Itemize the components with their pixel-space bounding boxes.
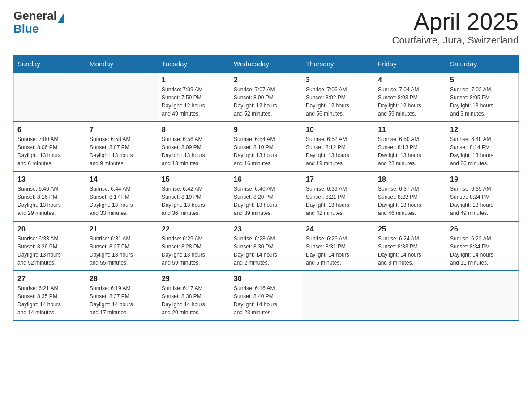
page-subtitle: Courfaivre, Jura, Switzerland [392, 34, 519, 46]
logo-blue-text: Blue [13, 23, 64, 34]
day-info: Sunrise: 7:07 AM Sunset: 8:00 PM Dayligh… [234, 86, 298, 118]
day-info: Sunrise: 6:58 AM Sunset: 8:07 PM Dayligh… [90, 135, 154, 167]
calendar-cell: 23Sunrise: 6:28 AM Sunset: 8:30 PM Dayli… [230, 221, 302, 271]
day-info: Sunrise: 6:26 AM Sunset: 8:31 PM Dayligh… [306, 235, 370, 267]
day-info: Sunrise: 7:09 AM Sunset: 7:59 PM Dayligh… [162, 86, 226, 118]
calendar-cell: 18Sunrise: 6:37 AM Sunset: 8:23 PM Dayli… [374, 171, 446, 221]
calendar-cell: 14Sunrise: 6:44 AM Sunset: 8:17 PM Dayli… [86, 171, 158, 221]
day-number: 26 [450, 225, 515, 233]
day-number: 18 [378, 176, 442, 184]
day-info: Sunrise: 6:35 AM Sunset: 8:24 PM Dayligh… [450, 185, 515, 217]
day-info: Sunrise: 6:40 AM Sunset: 8:20 PM Dayligh… [234, 185, 298, 217]
calendar-cell: 4Sunrise: 7:04 AM Sunset: 8:03 PM Daylig… [374, 73, 446, 122]
day-number: 16 [234, 176, 298, 184]
day-number: 11 [378, 126, 442, 134]
calendar-day-header: Saturday [446, 56, 519, 73]
calendar-cell: 7Sunrise: 6:58 AM Sunset: 8:07 PM Daylig… [86, 122, 158, 171]
calendar-cell: 8Sunrise: 6:56 AM Sunset: 8:09 PM Daylig… [158, 122, 230, 171]
day-number: 27 [17, 275, 82, 283]
calendar-cell: 17Sunrise: 6:39 AM Sunset: 8:21 PM Dayli… [302, 171, 374, 221]
day-number: 8 [162, 126, 226, 134]
day-number: 13 [17, 176, 82, 184]
calendar-cell: 12Sunrise: 6:48 AM Sunset: 8:14 PM Dayli… [446, 122, 519, 171]
day-number: 19 [450, 176, 515, 184]
day-info: Sunrise: 7:04 AM Sunset: 8:03 PM Dayligh… [378, 86, 442, 118]
day-number: 4 [378, 76, 442, 84]
calendar-cell: 13Sunrise: 6:46 AM Sunset: 8:16 PM Dayli… [14, 171, 86, 221]
day-info: Sunrise: 6:56 AM Sunset: 8:09 PM Dayligh… [162, 135, 226, 167]
day-info: Sunrise: 6:21 AM Sunset: 8:35 PM Dayligh… [17, 284, 82, 317]
day-info: Sunrise: 6:48 AM Sunset: 8:14 PM Dayligh… [450, 135, 515, 167]
day-info: Sunrise: 6:50 AM Sunset: 8:13 PM Dayligh… [378, 135, 442, 167]
calendar-cell [14, 73, 86, 122]
logo-triangle-icon [58, 13, 64, 23]
day-number: 1 [162, 76, 226, 84]
calendar-cell: 29Sunrise: 6:17 AM Sunset: 8:38 PM Dayli… [158, 271, 230, 321]
page-header: General Blue April 2025 Courfaivre, Jura… [13, 9, 519, 46]
day-info: Sunrise: 6:46 AM Sunset: 8:16 PM Dayligh… [17, 185, 82, 217]
day-number: 12 [450, 126, 515, 134]
page-title: April 2025 [392, 9, 519, 34]
day-number: 30 [234, 275, 298, 283]
calendar-cell: 20Sunrise: 6:33 AM Sunset: 8:26 PM Dayli… [14, 221, 86, 271]
day-info: Sunrise: 6:16 AM Sunset: 8:40 PM Dayligh… [234, 284, 298, 317]
day-number: 5 [450, 76, 515, 84]
day-info: Sunrise: 6:42 AM Sunset: 8:19 PM Dayligh… [162, 185, 226, 217]
calendar-cell [446, 271, 519, 321]
calendar-cell: 15Sunrise: 6:42 AM Sunset: 8:19 PM Dayli… [158, 171, 230, 221]
day-info: Sunrise: 6:37 AM Sunset: 8:23 PM Dayligh… [378, 185, 442, 217]
calendar-day-header: Friday [374, 56, 446, 73]
calendar-cell: 5Sunrise: 7:02 AM Sunset: 8:05 PM Daylig… [446, 73, 519, 122]
calendar-cell: 19Sunrise: 6:35 AM Sunset: 8:24 PM Dayli… [446, 171, 519, 221]
calendar-cell: 25Sunrise: 6:24 AM Sunset: 8:33 PM Dayli… [374, 221, 446, 271]
day-info: Sunrise: 6:29 AM Sunset: 8:28 PM Dayligh… [162, 235, 226, 267]
calendar-day-header: Sunday [14, 56, 86, 73]
day-info: Sunrise: 6:24 AM Sunset: 8:33 PM Dayligh… [378, 235, 442, 267]
day-info: Sunrise: 6:28 AM Sunset: 8:30 PM Dayligh… [234, 235, 298, 267]
calendar-header-row: SundayMondayTuesdayWednesdayThursdayFrid… [14, 56, 519, 73]
day-number: 3 [306, 76, 370, 84]
day-number: 23 [234, 225, 298, 233]
day-number: 9 [234, 126, 298, 134]
day-number: 21 [90, 225, 154, 233]
day-number: 6 [17, 126, 82, 134]
day-info: Sunrise: 6:17 AM Sunset: 8:38 PM Dayligh… [162, 284, 226, 317]
calendar-week-row: 1Sunrise: 7:09 AM Sunset: 7:59 PM Daylig… [14, 73, 519, 122]
day-number: 17 [306, 176, 370, 184]
calendar-cell: 11Sunrise: 6:50 AM Sunset: 8:13 PM Dayli… [374, 122, 446, 171]
calendar-cell: 2Sunrise: 7:07 AM Sunset: 8:00 PM Daylig… [230, 73, 302, 122]
calendar-cell [86, 73, 158, 122]
day-info: Sunrise: 6:22 AM Sunset: 8:34 PM Dayligh… [450, 235, 515, 267]
day-number: 2 [234, 76, 298, 84]
calendar-week-row: 13Sunrise: 6:46 AM Sunset: 8:16 PM Dayli… [14, 171, 519, 221]
day-info: Sunrise: 7:00 AM Sunset: 8:06 PM Dayligh… [17, 135, 82, 167]
day-number: 14 [90, 176, 154, 184]
calendar-cell: 9Sunrise: 6:54 AM Sunset: 8:10 PM Daylig… [230, 122, 302, 171]
calendar-cell: 28Sunrise: 6:19 AM Sunset: 8:37 PM Dayli… [86, 271, 158, 321]
day-info: Sunrise: 6:39 AM Sunset: 8:21 PM Dayligh… [306, 185, 370, 217]
calendar-cell: 3Sunrise: 7:06 AM Sunset: 8:02 PM Daylig… [302, 73, 374, 122]
day-info: Sunrise: 6:33 AM Sunset: 8:26 PM Dayligh… [17, 235, 82, 267]
calendar-cell: 27Sunrise: 6:21 AM Sunset: 8:35 PM Dayli… [14, 271, 86, 321]
title-block: April 2025 Courfaivre, Jura, Switzerland [392, 9, 519, 46]
day-number: 20 [17, 225, 82, 233]
calendar-cell: 30Sunrise: 6:16 AM Sunset: 8:40 PM Dayli… [230, 271, 302, 321]
day-info: Sunrise: 7:02 AM Sunset: 8:05 PM Dayligh… [450, 86, 515, 118]
day-info: Sunrise: 6:54 AM Sunset: 8:10 PM Dayligh… [234, 135, 298, 167]
calendar-week-row: 20Sunrise: 6:33 AM Sunset: 8:26 PM Dayli… [14, 221, 519, 271]
day-number: 15 [162, 176, 226, 184]
calendar-week-row: 27Sunrise: 6:21 AM Sunset: 8:35 PM Dayli… [14, 271, 519, 321]
calendar-cell: 21Sunrise: 6:31 AM Sunset: 8:27 PM Dayli… [86, 221, 158, 271]
day-info: Sunrise: 6:44 AM Sunset: 8:17 PM Dayligh… [90, 185, 154, 217]
calendar-cell [302, 271, 374, 321]
calendar-cell: 22Sunrise: 6:29 AM Sunset: 8:28 PM Dayli… [158, 221, 230, 271]
calendar-day-header: Tuesday [158, 56, 230, 73]
logo: General Blue [13, 9, 64, 34]
calendar-cell: 16Sunrise: 6:40 AM Sunset: 8:20 PM Dayli… [230, 171, 302, 221]
calendar-cell: 24Sunrise: 6:26 AM Sunset: 8:31 PM Dayli… [302, 221, 374, 271]
calendar-cell: 10Sunrise: 6:52 AM Sunset: 8:12 PM Dayli… [302, 122, 374, 171]
calendar-day-header: Monday [86, 56, 158, 73]
calendar-cell: 26Sunrise: 6:22 AM Sunset: 8:34 PM Dayli… [446, 221, 519, 271]
day-number: 7 [90, 126, 154, 134]
day-info: Sunrise: 6:31 AM Sunset: 8:27 PM Dayligh… [90, 235, 154, 267]
